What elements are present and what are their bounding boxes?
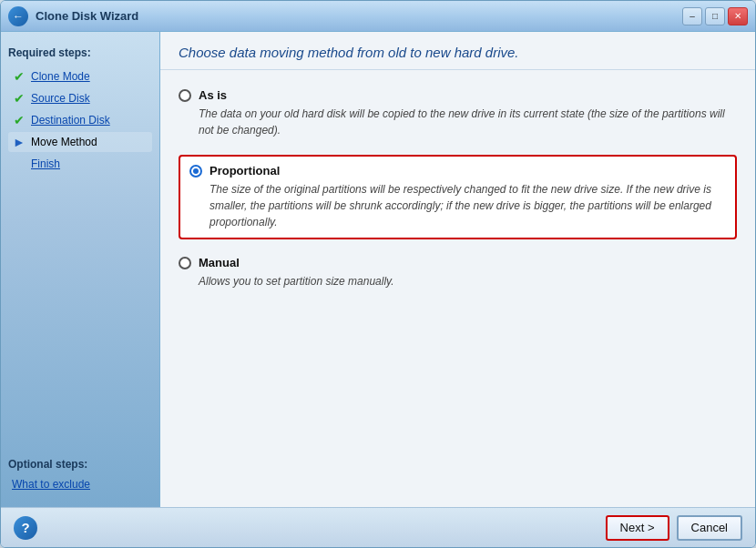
clone-mode-label: Clone Mode [31,70,90,83]
titlebar-buttons: – □ ✕ [682,7,748,25]
footer: ? Next > Cancel [1,507,755,547]
option-manual-description: Allows you to set partition size manuall… [199,273,737,289]
content-body: As is The data on your old hard disk wil… [160,70,755,507]
option-as-is-description: The data on your old hard disk will be c… [199,106,737,138]
sidebar-item-source-disk[interactable]: ✔ Source Disk [8,88,152,108]
content-title: Choose data moving method from old to ne… [179,45,737,60]
option-as-is-header: As is [179,88,737,102]
close-button[interactable]: ✕ [728,7,748,25]
sidebar-item-clone-mode[interactable]: ✔ Clone Mode [8,66,152,86]
option-proportional[interactable]: Proportional The size of the original pa… [179,155,737,239]
titlebar: ← Clone Disk Wizard – □ ✕ [1,1,755,32]
required-steps-label: Required steps: [8,46,152,59]
content-area: Choose data moving method from old to ne… [160,32,755,507]
maximize-button[interactable]: □ [705,7,725,25]
destination-disk-label: Destination Disk [31,114,110,127]
option-as-is[interactable]: As is The data on your old hard disk wil… [179,85,737,142]
option-manual-label: Manual [199,256,240,269]
footer-buttons: Next > Cancel [606,515,742,541]
finish-icon [12,157,26,171]
sidebar-item-destination-disk[interactable]: ✔ Destination Disk [8,110,152,130]
destination-disk-check-icon: ✔ [12,113,26,127]
main-content: Required steps: ✔ Clone Mode ✔ Source Di… [1,32,755,507]
what-to-exclude-link[interactable]: What to exclude [8,476,152,492]
minimize-button[interactable]: – [682,7,702,25]
sidebar-item-finish[interactable]: Finish [8,154,152,174]
sidebar-item-move-method[interactable]: ► Move Method [8,132,152,152]
sidebar-spacer [8,176,152,458]
finish-label: Finish [31,157,60,170]
option-proportional-label: Proportional [209,164,280,178]
radio-proportional[interactable] [189,165,202,178]
radio-manual[interactable] [179,257,191,269]
radio-as-is[interactable] [179,89,191,102]
source-disk-check-icon: ✔ [12,91,26,106]
cancel-button[interactable]: Cancel [677,515,742,541]
sidebar: Required steps: ✔ Clone Mode ✔ Source Di… [1,32,160,507]
clone-disk-wizard-window: ← Clone Disk Wizard – □ ✕ Required steps… [0,0,756,548]
option-manual[interactable]: Manual Allows you to set partition size … [179,252,737,293]
option-as-is-label: As is [199,88,227,102]
optional-steps-label: Optional steps: [8,458,152,471]
clone-mode-check-icon: ✔ [12,69,26,84]
source-disk-label: Source Disk [31,92,90,105]
option-proportional-header: Proportional [189,164,726,178]
content-header: Choose data moving method from old to ne… [160,32,755,70]
move-method-arrow-icon: ► [12,135,26,149]
next-button[interactable]: Next > [606,515,669,541]
option-manual-header: Manual [179,256,737,269]
option-proportional-description: The size of the original partitions will… [209,181,726,230]
footer-left: ? [14,516,37,540]
move-method-label: Move Method [31,136,97,148]
window-title: Clone Disk Wizard [36,9,682,23]
app-icon: ← [8,6,28,26]
help-icon[interactable]: ? [14,516,37,540]
